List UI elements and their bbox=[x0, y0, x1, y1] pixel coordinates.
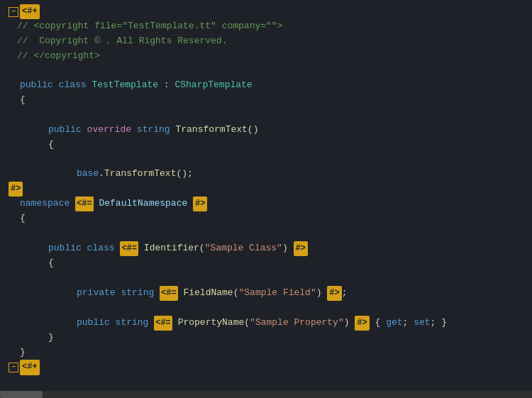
line-blank-5 bbox=[6, 271, 532, 286]
tt-close-tag-3: #> bbox=[294, 241, 308, 256]
tt-close-tag-2: #> bbox=[193, 197, 207, 211]
kw-public-1: public bbox=[20, 78, 59, 93]
scrollbar-thumb[interactable] bbox=[0, 391, 43, 398]
tt-eq-open-2: <#= bbox=[120, 241, 138, 256]
type-testtemplate: TestTemplate bbox=[92, 78, 158, 93]
line-blank-1 bbox=[6, 64, 532, 79]
tt-close-tag-4: #> bbox=[327, 286, 341, 301]
tt-open-tag-2: <#+ bbox=[20, 360, 40, 375]
comment-line-3: // </copyright> bbox=[17, 49, 100, 64]
kw-public-3: public bbox=[48, 241, 87, 256]
line-class-open: { bbox=[6, 93, 532, 108]
line-class-decl: public class TestTemplate : CSharpTempla… bbox=[6, 78, 532, 93]
line-blank-6 bbox=[6, 301, 532, 316]
kw-string: string bbox=[137, 123, 176, 138]
line-method-decl: public override string TransformText () bbox=[6, 123, 532, 138]
kw-private: private bbox=[77, 286, 121, 301]
line-private-field: private string <#= FieldName ( "Sample F… bbox=[6, 286, 532, 301]
tt-eq-open-3: <#= bbox=[160, 286, 178, 301]
line-1: −<#+ bbox=[6, 4, 532, 19]
method-identifier: Identifier bbox=[144, 241, 199, 256]
method-propertyname: PropertyName bbox=[178, 316, 245, 331]
tt-close-tag-5: #> bbox=[355, 316, 369, 331]
method-base-transformtext: TransformText bbox=[104, 167, 176, 182]
comment-line-2: // Copyright © . All Rights Reserved. bbox=[17, 34, 227, 49]
line-blank-3 bbox=[6, 152, 532, 167]
arg-sampleproperty: "Sample Property" bbox=[250, 316, 344, 331]
collapse-icon-1[interactable]: − bbox=[9, 7, 18, 17]
line-namespace-close: } bbox=[6, 346, 532, 360]
line-4: // </copyright> bbox=[6, 49, 532, 64]
identifier-defaultnamespace: DefaultNamespace bbox=[99, 197, 187, 211]
kw-base: base bbox=[77, 167, 99, 182]
method-transformtext: TransformText bbox=[175, 123, 247, 138]
line-2: // <copyright file="TestTemplate.tt" com… bbox=[6, 19, 532, 34]
kw-class-1: class bbox=[59, 78, 92, 93]
line-namespace: namespace <#= DefaultNamespace #> bbox=[6, 197, 532, 211]
tt-eq-open-4: <#= bbox=[154, 316, 172, 331]
arg-samplefield: "Sample Field" bbox=[238, 286, 316, 301]
comment-line-1: // <copyright file="TestTemplate.tt" com… bbox=[17, 19, 282, 34]
line-public-class: public class <#= Identifier ( "Sample Cl… bbox=[6, 241, 532, 256]
kw-public-2: public bbox=[48, 123, 87, 138]
kw-set: set bbox=[414, 316, 430, 331]
code-area: −<#+ // <copyright file="TestTemplate.tt… bbox=[0, 0, 532, 398]
line-inner-class-open: { bbox=[6, 256, 532, 271]
kw-namespace: namespace bbox=[20, 197, 75, 211]
collapse-icon-2[interactable]: − bbox=[9, 363, 18, 372]
method-fieldname: FieldName bbox=[183, 286, 233, 301]
line-blank-2 bbox=[6, 108, 532, 123]
kw-get: get bbox=[386, 316, 402, 331]
line-base-call: base . TransformText (); bbox=[6, 167, 532, 182]
tt-close-tag-1: #> bbox=[9, 182, 23, 197]
line-3: // Copyright © . All Rights Reserved. bbox=[6, 34, 532, 49]
line-inner-class-close: } bbox=[6, 331, 532, 346]
type-csharptemplate: CSharpTemplate bbox=[174, 78, 252, 93]
line-method-open: { bbox=[6, 138, 532, 153]
line-blank-7 bbox=[6, 375, 532, 390]
line-tt-close-1: #> bbox=[6, 182, 532, 197]
kw-public-4: public bbox=[77, 316, 116, 331]
arg-sampleclass: "Sample Class" bbox=[205, 241, 282, 256]
kw-string-3: string bbox=[116, 316, 155, 331]
scrollbar-bottom[interactable] bbox=[0, 391, 532, 398]
line-blank-4 bbox=[6, 226, 532, 241]
tt-open-tag-1: <#+ bbox=[20, 4, 40, 19]
line-collapse-2: −<#+ bbox=[6, 360, 532, 375]
kw-string-2: string bbox=[121, 286, 160, 301]
kw-override: override bbox=[87, 123, 137, 138]
line-public-property: public string <#= PropertyName ( "Sample… bbox=[6, 316, 532, 331]
code-editor: −<#+ // <copyright file="TestTemplate.tt… bbox=[0, 0, 532, 398]
kw-class-2: class bbox=[87, 241, 121, 256]
tt-eq-open-1: <#= bbox=[75, 197, 94, 211]
line-namespace-open: { bbox=[6, 211, 532, 226]
